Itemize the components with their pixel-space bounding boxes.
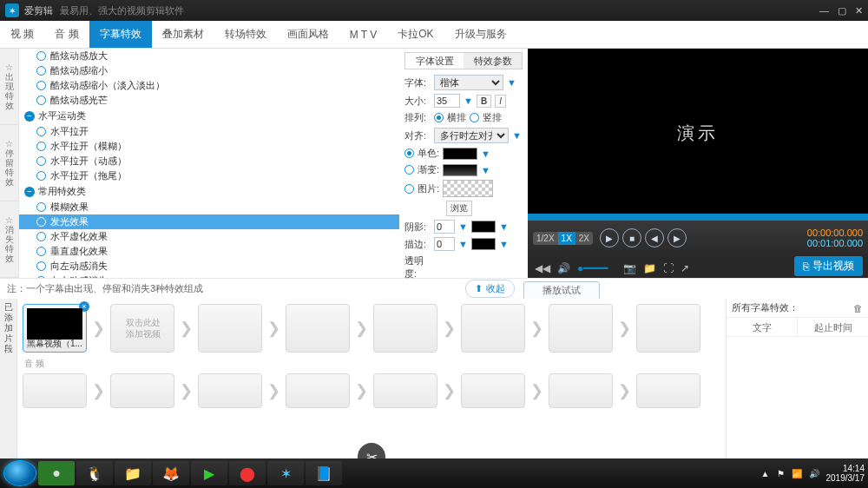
empty-clip-slot[interactable] xyxy=(636,304,700,353)
empty-audio-slot[interactable] xyxy=(373,373,437,408)
next-frame-button[interactable]: ▶ xyxy=(667,228,687,247)
dropdown-icon[interactable]: ▼ xyxy=(481,148,490,159)
taskbar-app[interactable]: ● xyxy=(38,461,75,485)
effect-item[interactable]: 酷炫动感光芒 xyxy=(19,93,399,108)
main-tab[interactable]: 转场特效 xyxy=(214,21,277,48)
effect-item[interactable]: 水平拉开（拖尾） xyxy=(19,168,399,183)
main-tab[interactable]: 升级与服务 xyxy=(444,21,517,48)
volume-icon[interactable]: 🔊 xyxy=(557,262,570,274)
gradient-swatch[interactable] xyxy=(443,164,477,176)
rewind-icon[interactable]: ◀◀ xyxy=(535,262,550,274)
play-try-button[interactable]: 播放试试 xyxy=(523,281,600,300)
effect-group[interactable]: −常用特效类 xyxy=(19,183,399,200)
dropdown-icon[interactable]: ▼ xyxy=(507,77,516,88)
close-icon[interactable]: ✕ xyxy=(855,5,863,16)
folder-icon[interactable]: 📁 xyxy=(643,262,656,274)
fullscreen-icon[interactable]: ⛶ xyxy=(663,262,674,274)
empty-audio-slot[interactable] xyxy=(198,373,262,408)
font-select[interactable]: 楷体 xyxy=(434,75,503,90)
effect-item[interactable]: 水平拉开 xyxy=(19,124,399,139)
taskbar-app[interactable]: ▶ xyxy=(191,461,227,485)
side-tab[interactable]: ☆消失特效 xyxy=(0,201,18,278)
effect-item[interactable]: 发光效果 xyxy=(19,214,399,229)
taskbar-app[interactable]: 📘 xyxy=(306,461,342,485)
effect-item[interactable]: 酷炫动感缩小（淡入淡出） xyxy=(19,78,399,93)
share-icon[interactable]: ↗ xyxy=(681,262,689,274)
empty-clip-slot[interactable] xyxy=(286,304,350,353)
effect-item[interactable]: 向左动感消失 xyxy=(19,259,399,274)
stroke-input[interactable] xyxy=(434,237,455,251)
align-select[interactable]: 多行时左对齐 xyxy=(434,128,509,143)
effect-item[interactable]: 水平拉开（动感） xyxy=(19,154,399,168)
split-clip-button[interactable]: ✂ xyxy=(358,443,385,458)
speed-button[interactable]: 2X xyxy=(575,232,593,245)
stroke-color[interactable] xyxy=(471,238,496,250)
taskbar-app[interactable]: 📁 xyxy=(115,461,151,485)
effect-item[interactable]: 酷炫动感缩小 xyxy=(19,63,399,78)
tray-arrow-icon[interactable]: ▲ xyxy=(761,469,770,478)
maximize-icon[interactable]: ▢ xyxy=(838,5,846,16)
shadow-color[interactable] xyxy=(471,221,496,233)
main-tab[interactable]: 画面风格 xyxy=(277,21,339,48)
taskbar-app[interactable]: 🦊 xyxy=(153,461,189,485)
side-tab[interactable]: ☆出现特效 xyxy=(0,49,18,125)
effect-item[interactable]: 酷炫动感放大 xyxy=(19,49,399,63)
main-tab[interactable]: 字幕特效 xyxy=(89,21,152,48)
empty-clip-slot[interactable] xyxy=(198,304,262,353)
radio-vertical[interactable] xyxy=(470,113,479,122)
fold-button[interactable]: ⬆ 收起 xyxy=(465,280,515,298)
effect-item[interactable]: 模糊效果 xyxy=(19,200,399,214)
main-tab[interactable]: 卡拉OK xyxy=(387,21,444,48)
shadow-input[interactable] xyxy=(434,220,455,234)
empty-audio-slot[interactable] xyxy=(461,373,525,408)
play-button[interactable]: ▶ xyxy=(600,228,619,247)
stop-button[interactable]: ■ xyxy=(622,228,641,247)
video-clip[interactable]: ×黑幕视频（1... xyxy=(23,304,87,353)
main-tab[interactable]: 叠加素材 xyxy=(152,21,214,48)
empty-audio-slot[interactable] xyxy=(110,373,174,408)
tab-effect-params[interactable]: 特效参数 xyxy=(464,53,522,69)
dropdown-icon[interactable]: ▼ xyxy=(458,239,468,249)
browse-button[interactable]: 浏览 xyxy=(446,201,472,216)
dropdown-icon[interactable]: ▼ xyxy=(464,96,473,106)
video-canvas[interactable]: 演示 xyxy=(528,49,868,217)
dropdown-icon[interactable]: ▼ xyxy=(458,221,468,232)
radio-solid-color[interactable] xyxy=(404,148,414,158)
empty-clip-slot[interactable] xyxy=(461,304,525,353)
main-tab[interactable]: 音 频 xyxy=(44,21,89,48)
tab-font-settings[interactable]: 字体设置 xyxy=(405,53,464,69)
taskbar-app[interactable]: 🐧 xyxy=(76,461,113,485)
start-button[interactable] xyxy=(3,460,36,486)
empty-clip-slot[interactable] xyxy=(549,304,613,353)
added-clips-tab[interactable]: 已添加片段 xyxy=(0,299,17,458)
empty-clip-slot[interactable]: 双击此处添加视频 xyxy=(110,304,174,353)
effect-item[interactable]: 垂直虚化效果 xyxy=(19,244,399,259)
empty-audio-slot[interactable] xyxy=(636,373,700,408)
empty-audio-slot[interactable] xyxy=(286,373,350,408)
size-input[interactable] xyxy=(434,94,460,108)
taskbar-clock[interactable]: 14:14 2019/3/17 xyxy=(826,464,865,483)
main-tab[interactable]: 视 频 xyxy=(0,21,44,48)
prev-frame-button[interactable]: ◀ xyxy=(645,228,664,247)
main-tab[interactable]: M T V xyxy=(339,21,388,48)
effect-item[interactable]: 水平虚化效果 xyxy=(19,229,399,244)
dropdown-icon[interactable]: ▼ xyxy=(481,165,490,175)
delete-icon[interactable]: 🗑 xyxy=(853,303,863,313)
effect-item[interactable]: 水平拉开（模糊） xyxy=(19,139,399,154)
radio-gradient[interactable] xyxy=(404,165,414,175)
snapshot-icon[interactable]: 📷 xyxy=(623,262,636,274)
tray-network-icon[interactable]: 📶 xyxy=(792,469,802,478)
radio-horizontal[interactable] xyxy=(434,113,444,122)
speed-button[interactable]: 1/2X xyxy=(533,232,558,245)
italic-button[interactable]: I xyxy=(495,95,506,108)
seek-bar[interactable] xyxy=(528,214,868,221)
speed-button[interactable]: 1X xyxy=(558,232,575,245)
export-video-button[interactable]: ⎘ 导出视频 xyxy=(794,256,863,276)
empty-clip-slot[interactable] xyxy=(373,304,437,353)
taskbar-app[interactable]: ✶ xyxy=(267,461,304,485)
dropdown-icon[interactable]: ▼ xyxy=(499,239,509,249)
side-tab[interactable]: ☆停留特效 xyxy=(0,125,18,201)
empty-audio-slot[interactable] xyxy=(549,373,613,408)
radio-image[interactable] xyxy=(404,184,414,194)
bold-button[interactable]: B xyxy=(477,95,491,108)
